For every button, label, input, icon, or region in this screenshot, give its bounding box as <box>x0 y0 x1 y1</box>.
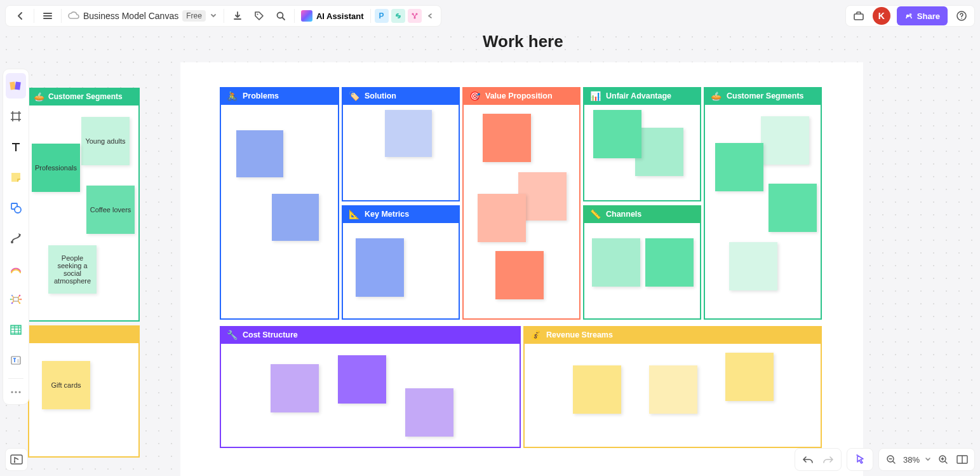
fit-screen-button[interactable] <box>955 452 969 466</box>
board-channels[interactable]: 📏 Channels <box>583 205 701 320</box>
back-button[interactable] <box>10 5 31 27</box>
sticky-note[interactable] <box>645 238 694 287</box>
link-icon <box>391 9 405 23</box>
sticky-note[interactable] <box>725 353 774 401</box>
separator <box>224 9 224 23</box>
cursor-button[interactable] <box>852 452 868 467</box>
zoom-level[interactable]: 38% <box>903 455 920 465</box>
board-solution[interactable]: 🏷️ Solution <box>342 87 460 201</box>
board-title: Channels <box>606 210 641 219</box>
board-problems[interactable]: 🚴 Problems <box>220 87 339 320</box>
svg-point-16 <box>20 299 22 301</box>
help-button[interactable] <box>954 8 969 24</box>
connector-tool[interactable] <box>6 226 26 251</box>
board-title: Key Metrics <box>365 210 409 219</box>
zoom-in-button[interactable] <box>936 452 950 466</box>
download-button[interactable] <box>227 5 248 27</box>
document-title-area[interactable]: Business Model Canvas Free <box>64 10 221 22</box>
left-preview-revenue[interactable]: Gift cards <box>28 325 140 458</box>
templates-tool[interactable] <box>6 73 26 99</box>
bike-icon: 🚴 <box>226 90 238 102</box>
menu-button[interactable] <box>37 5 58 27</box>
cloud-sync-icon <box>68 11 79 20</box>
text-block-tool[interactable] <box>6 348 26 373</box>
board-unfair-advantage[interactable]: 📊 Unfair Advantage <box>583 87 701 201</box>
pen-tool[interactable] <box>6 256 26 282</box>
sticky-note[interactable] <box>729 242 777 290</box>
top-toolbar-right: K Share <box>845 5 975 27</box>
money-icon: 💰 <box>530 329 541 341</box>
board-value-proposition[interactable]: 🎯 Value Proposition <box>462 87 581 320</box>
collapse-toolbar-button[interactable] <box>423 6 437 25</box>
undo-redo-pill <box>795 448 842 471</box>
ruler-icon: 📏 <box>589 208 601 220</box>
share-button[interactable]: Share <box>897 6 948 25</box>
sticky-note[interactable] <box>483 114 531 162</box>
undo-button[interactable] <box>800 452 816 467</box>
briefcase-button[interactable] <box>851 8 866 24</box>
minimap-button[interactable] <box>5 448 28 471</box>
chevron-down-icon[interactable] <box>925 456 931 463</box>
sticky-note[interactable] <box>495 251 544 299</box>
top-toolbar: Business Model Canvas Free AI Assistant … <box>5 5 441 27</box>
vertical-toolbar <box>3 69 29 405</box>
board-title: Cost Structure <box>243 330 298 339</box>
board-cost-structure[interactable]: 🔧 Cost Structure <box>220 326 521 448</box>
sticky-note[interactable] <box>271 364 319 412</box>
text-tool[interactable] <box>6 134 26 160</box>
wrench-icon: 🔧 <box>226 329 238 341</box>
sticky-note[interactable] <box>405 388 453 437</box>
left-preview-customer-segments[interactable]: 🥧 Customer Segments Young adults Profess… <box>28 88 140 322</box>
chevron-down-icon[interactable] <box>210 12 217 20</box>
sticky-note[interactable] <box>635 128 683 176</box>
sticky-note[interactable]: Young adults <box>81 117 130 165</box>
sticky-note[interactable] <box>236 130 283 177</box>
svg-rect-14 <box>13 297 18 301</box>
sticky-note[interactable] <box>385 110 432 157</box>
sticky-note[interactable] <box>356 238 404 297</box>
sticky-note[interactable] <box>593 110 641 158</box>
right-toolbar-pill: K Share <box>845 5 975 27</box>
board-customer-segments[interactable]: 🥧 Customer Segments <box>704 87 822 320</box>
table-tool[interactable] <box>6 317 26 343</box>
board-revenue-streams[interactable]: 💰 Revenue Streams <box>523 326 822 448</box>
shape-tool[interactable] <box>6 195 26 221</box>
svg-rect-22 <box>11 325 21 328</box>
share-label: Share <box>917 11 940 21</box>
board-key-metrics[interactable]: 📐 Key Metrics <box>342 205 460 320</box>
frame-tool[interactable] <box>6 104 26 129</box>
tag-button[interactable] <box>248 5 270 27</box>
sticky-note-tool[interactable] <box>6 165 26 190</box>
sticky-note[interactable] <box>592 238 640 287</box>
presentation-mode-button[interactable]: P <box>373 5 390 27</box>
separator <box>34 9 34 23</box>
sticky-note[interactable]: People seeking a social atmosphere <box>48 245 97 294</box>
sticky-note[interactable] <box>338 355 386 404</box>
sticky-note[interactable]: Gift cards <box>42 361 90 409</box>
svg-point-24 <box>11 391 13 393</box>
sticky-note[interactable] <box>649 365 697 414</box>
integration-button-1[interactable] <box>390 5 406 27</box>
sticky-note[interactable]: Coffee lovers <box>86 186 135 234</box>
sticky-note[interactable] <box>272 194 319 241</box>
sticky-note[interactable] <box>769 184 817 232</box>
user-avatar[interactable]: K <box>873 7 890 25</box>
zoom-out-button[interactable] <box>884 452 898 466</box>
svg-point-0 <box>257 14 258 15</box>
integration-button-2[interactable] <box>406 5 423 27</box>
sticky-note[interactable]: Professionals <box>32 144 80 192</box>
sticky-note[interactable] <box>478 194 526 242</box>
search-button[interactable] <box>270 5 292 27</box>
redo-button[interactable] <box>821 452 836 467</box>
sticky-note[interactable] <box>573 365 621 414</box>
ruler-icon: 📐 <box>348 208 359 220</box>
sticky-note[interactable] <box>761 116 809 165</box>
ai-assistant-button[interactable]: AI Assistant <box>297 10 368 22</box>
sticky-note[interactable] <box>715 143 763 191</box>
board-header: 🏷️ Solution <box>342 87 460 105</box>
board-title: Unfair Advantage <box>606 92 671 100</box>
svg-point-12 <box>15 207 21 213</box>
more-tools-button[interactable] <box>6 384 26 400</box>
mindmap-tool[interactable] <box>6 287 26 312</box>
document-title: Business Model Canvas <box>83 11 178 21</box>
